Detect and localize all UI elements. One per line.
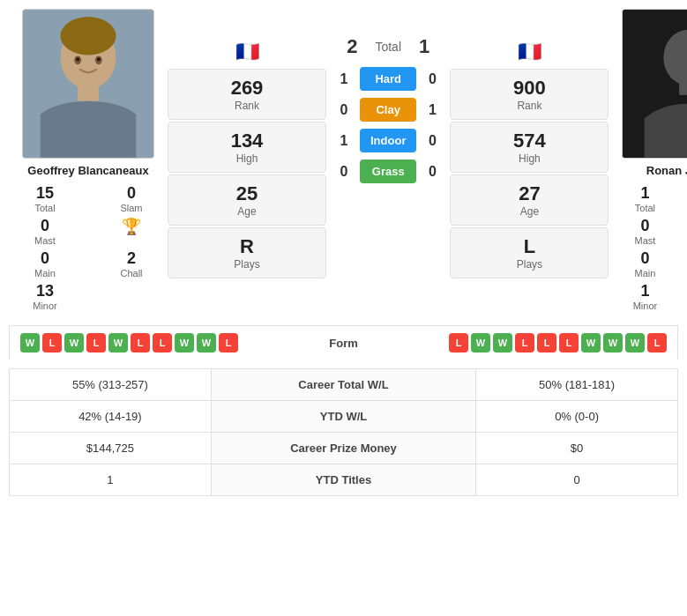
stat-p1-val: 1 xyxy=(10,464,212,496)
table-row: 1 YTD Titles 0 xyxy=(10,464,678,496)
grass-badge: Grass xyxy=(360,160,416,183)
stat-p1-val: $144,725 xyxy=(10,433,212,464)
form-badge-w: W xyxy=(108,333,128,353)
form-badge-w: W xyxy=(603,333,623,353)
svg-point-7 xyxy=(97,57,101,62)
player2-image xyxy=(623,9,687,159)
form-right: LWWLLLWWWL xyxy=(383,333,668,353)
player1-plays-box: R Plays xyxy=(168,227,326,278)
clay-p2-score: 1 xyxy=(423,102,441,118)
form-badge-l: L xyxy=(537,333,556,353)
stat-p2-val: 50% (181-181) xyxy=(476,369,678,401)
stat-p2-val: 0 xyxy=(476,464,678,496)
form-badge-w: W xyxy=(175,333,194,353)
form-badge-w: W xyxy=(493,333,512,353)
indoor-p2-score: 0 xyxy=(423,133,441,149)
player1-high-box: 134 High xyxy=(168,122,326,173)
player2-plays-box: L Plays xyxy=(450,227,609,278)
hard-p1-score: 1 xyxy=(335,71,353,87)
player1-mast: 0 Mast xyxy=(9,217,81,246)
form-badge-l: L xyxy=(153,333,172,353)
player1-minor: 13 Minor xyxy=(9,282,81,311)
player1-card: Geoffrey Blancaneaux 15 Total 0 Slam 0 M… xyxy=(9,9,168,311)
total-row: 2 Total 1 xyxy=(347,35,429,58)
stat-center-label: Career Total W/L xyxy=(211,369,475,401)
form-badge-l: L xyxy=(559,333,579,353)
stat-center-label: YTD Titles xyxy=(211,464,475,496)
stat-center-label: YTD W/L xyxy=(211,401,475,433)
player2-main: 0 Main xyxy=(609,249,681,278)
clay-badge: Clay xyxy=(360,98,416,122)
player1-trophy: 🏆 xyxy=(95,217,168,246)
player2-name: Ronan Joncour xyxy=(646,164,687,177)
form-badge-w: W xyxy=(197,333,216,353)
form-badge-l: L xyxy=(647,333,667,353)
table-row: 42% (14-19) YTD W/L 0% (0-0) xyxy=(10,401,678,433)
form-badge-l: L xyxy=(42,333,62,353)
indoor-p1-score: 1 xyxy=(335,133,353,149)
form-badge-l: L xyxy=(219,333,238,353)
player1-age-box: 25 Age xyxy=(168,174,326,226)
hard-p2-score: 0 xyxy=(423,71,441,87)
player1-photo xyxy=(22,9,154,159)
player1-image xyxy=(23,9,153,159)
stat-p1-val: 55% (313-257) xyxy=(10,369,212,401)
form-badge-l: L xyxy=(131,333,150,353)
form-badge-l: L xyxy=(515,333,534,353)
player1-total: 15 Total xyxy=(9,184,81,213)
player1-stats: 15 Total 0 Slam 0 Mast 🏆 0 Main xyxy=(9,184,168,311)
player2-middle-stats: 🇫🇷 900 Rank 574 High 27 Age L Plays xyxy=(450,9,609,278)
player1-flag: 🇫🇷 xyxy=(168,41,326,63)
trophy-icon-left: 🏆 xyxy=(122,217,141,236)
form-section: WLWLWLLWWL Form LWWLLLWWWL xyxy=(9,325,678,360)
player1-rank-box: 269 Rank xyxy=(168,69,326,120)
surface-row-clay: 0 Clay 1 xyxy=(335,98,441,122)
stats-table: 55% (313-257) Career Total W/L 50% (181-… xyxy=(9,368,678,496)
p1-total-score: 2 xyxy=(347,35,357,58)
main-container: Geoffrey Blancaneaux 15 Total 0 Slam 0 M… xyxy=(0,0,687,505)
form-left: WLWLWLLWWL xyxy=(20,333,305,353)
player2-mast: 0 Mast xyxy=(609,217,681,246)
stat-p2-val: $0 xyxy=(476,433,678,464)
player2-high-box: 574 High xyxy=(450,122,609,173)
player1-middle-stats: 🇫🇷 269 Rank 134 High 25 Age R Plays xyxy=(168,9,326,278)
hard-badge: Hard xyxy=(360,67,416,91)
table-row: 55% (313-257) Career Total W/L 50% (181-… xyxy=(10,369,678,401)
form-badge-w: W xyxy=(625,333,645,353)
svg-rect-3 xyxy=(78,85,99,101)
form-badge-w: W xyxy=(20,333,40,353)
player1-name: Geoffrey Blancaneaux xyxy=(27,164,148,177)
player2-age-box: 27 Age xyxy=(450,174,609,226)
svg-rect-10 xyxy=(680,82,687,95)
form-badge-w: W xyxy=(471,333,490,353)
player2-total: 1 Total xyxy=(609,184,681,213)
form-label: Form xyxy=(309,337,379,350)
surface-row-hard: 1 Hard 0 xyxy=(335,67,441,91)
player1-chall: 2 Chall xyxy=(95,249,168,278)
surface-row-grass: 0 Grass 0 xyxy=(335,160,441,183)
player1-main: 0 Main xyxy=(9,249,81,278)
table-row: $144,725 Career Prize Money $0 xyxy=(10,433,678,464)
player2-card: Ronan Joncour 1 Total 0 Slam 0 Mast 🏆 xyxy=(609,9,687,311)
clay-p1-score: 0 xyxy=(335,102,353,118)
player2-photo xyxy=(622,9,687,159)
stat-p2-val: 0% (0-0) xyxy=(476,401,678,433)
surface-rows: 1 Hard 0 0 Clay 1 1 Indoor 0 xyxy=(335,67,441,183)
form-badge-w: W xyxy=(581,333,601,353)
player2-rank-box: 900 Rank xyxy=(450,69,609,120)
stat-center-label: Career Prize Money xyxy=(211,433,475,464)
svg-point-6 xyxy=(76,57,79,62)
player1-slam: 0 Slam xyxy=(95,184,168,213)
indoor-badge: Indoor xyxy=(360,129,416,152)
surface-row-indoor: 1 Indoor 0 xyxy=(335,129,441,152)
total-label: Total xyxy=(375,40,401,54)
p2-total-score: 1 xyxy=(419,35,429,58)
stat-p1-val: 42% (14-19) xyxy=(10,401,212,433)
center-column: 2 Total 1 1 Hard 0 0 Clay 1 xyxy=(326,9,450,183)
form-badge-l: L xyxy=(86,333,106,353)
grass-p1-score: 0 xyxy=(335,164,353,180)
player2-stats: 1 Total 0 Slam 0 Mast 🏆 0 Main xyxy=(609,184,687,311)
player2-minor: 1 Minor xyxy=(609,282,681,311)
form-badge-l: L xyxy=(449,333,468,353)
form-badge-w: W xyxy=(64,333,84,353)
